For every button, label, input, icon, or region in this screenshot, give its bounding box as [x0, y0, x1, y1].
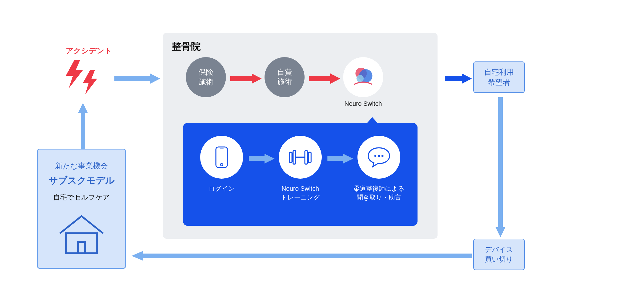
svg-rect-8 — [289, 152, 292, 162]
node-insurance-treatment: 保険 施術 — [186, 57, 226, 97]
node-selfpay-treatment: 自費 施術 — [265, 57, 305, 97]
svg-marker-23 — [330, 73, 340, 84]
process-step-login — [200, 136, 243, 179]
clinic-title: 整骨院 — [172, 40, 201, 53]
opportunity-card: 新たな事業機会 サブスクモデル 自宅でセルフケア — [37, 149, 126, 269]
svg-marker-33 — [132, 251, 143, 261]
box-device-purchase-label: デバイス 買い切り — [485, 245, 513, 264]
opportunity-line2: サブスクモデル — [38, 174, 125, 187]
svg-marker-29 — [343, 154, 353, 164]
smartphone-icon — [214, 146, 229, 169]
dumbbell-icon — [287, 149, 313, 165]
process-training-label: Neuro Switch トレーニング — [269, 184, 332, 202]
opportunity-line3: 自宅でセルフケア — [38, 193, 125, 202]
house-icon — [57, 213, 106, 256]
lightning-icon — [63, 60, 103, 97]
box-home-user-label: 自宅利用 希望者 — [484, 67, 514, 88]
node-insurance-label: 保険 施術 — [198, 67, 213, 87]
svg-marker-35 — [78, 103, 88, 113]
box-device-purchase: デバイス 買い切り — [473, 239, 525, 270]
arrow-homeuser-to-device — [495, 97, 506, 237]
svg-marker-0 — [66, 60, 83, 89]
diagram-canvas: アクシデント 整骨院 保険 施術 自費 施術 Neuro Switch — [0, 0, 644, 307]
speech-bubble-icon — [366, 146, 392, 169]
svg-rect-5 — [216, 147, 227, 168]
arrow-accident-to-clinic — [114, 73, 160, 84]
svg-marker-25 — [462, 73, 472, 84]
accident-label: アクシデント — [66, 46, 112, 56]
box-home-user: 自宅利用 希望者 — [473, 61, 525, 93]
process-step-training — [279, 136, 322, 179]
arrow-training-to-advice — [327, 153, 353, 164]
svg-marker-1 — [83, 70, 97, 94]
svg-point-13 — [374, 155, 376, 157]
node-neuro-switch — [343, 57, 383, 97]
svg-point-15 — [381, 155, 383, 157]
arrow-opportunity-to-accident — [77, 103, 89, 149]
svg-rect-16 — [66, 233, 97, 253]
arrow-login-to-training — [249, 153, 275, 164]
svg-point-14 — [378, 155, 380, 157]
svg-marker-27 — [265, 154, 275, 164]
process-step-advice — [357, 136, 400, 179]
svg-marker-19 — [150, 73, 160, 84]
arrow-insurance-to-self — [230, 73, 262, 84]
svg-rect-17 — [78, 242, 85, 253]
svg-point-4 — [357, 75, 364, 82]
process-login-label: ログイン — [190, 184, 253, 193]
svg-marker-21 — [252, 73, 262, 84]
node-selfpay-label: 自費 施術 — [277, 67, 292, 87]
neuro-switch-label: Neuro Switch — [343, 100, 383, 107]
process-advice-label: 柔道整復師による 聞き取り・助言 — [347, 184, 410, 202]
svg-rect-10 — [305, 151, 307, 164]
svg-rect-11 — [309, 152, 311, 162]
neuro-switch-logo-icon — [350, 64, 376, 90]
svg-rect-9 — [293, 151, 296, 164]
opportunity-line1: 新たな事業機会 — [38, 161, 125, 171]
svg-marker-31 — [496, 227, 505, 237]
arrow-neuro-to-homeuser — [445, 73, 472, 84]
arrow-self-to-neuro — [309, 73, 340, 84]
svg-point-6 — [220, 164, 223, 166]
arrow-device-to-opportunity — [132, 250, 472, 262]
